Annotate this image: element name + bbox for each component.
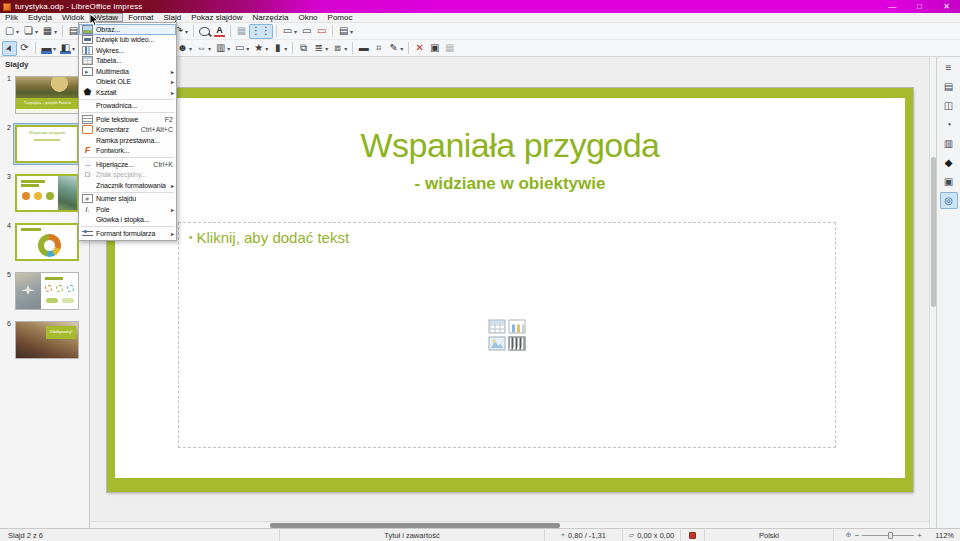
glue-points-button[interactable]: ▣ bbox=[427, 41, 442, 56]
menu-okno[interactable]: Okno bbox=[293, 13, 322, 22]
3d-objects-button[interactable]: ▮▾ bbox=[270, 41, 289, 56]
insert-media-icon[interactable] bbox=[509, 337, 526, 351]
document-modified[interactable] bbox=[681, 529, 705, 541]
align-objects-button[interactable]: ≣▾ bbox=[311, 41, 330, 56]
dropdown-arrow-icon[interactable]: ▾ bbox=[227, 45, 230, 52]
show-comments-button[interactable]: ▭ bbox=[299, 24, 314, 39]
menu-plik[interactable]: Plik bbox=[0, 13, 23, 22]
zoom-level[interactable]: 112% bbox=[926, 529, 960, 541]
zoom-button[interactable] bbox=[197, 24, 212, 39]
dropdown-arrow-icon[interactable]: ▾ bbox=[325, 45, 328, 52]
menu-item-ramka-przestawna[interactable]: Ramka przestawna... bbox=[79, 135, 176, 146]
fill-color-button[interactable]: ◧▾ bbox=[58, 41, 77, 56]
gallery-tab[interactable]: ▣ bbox=[940, 173, 958, 190]
slide-thumbnail-3[interactable]: 3 bbox=[0, 170, 89, 216]
menu-item-d-wi-k-lub-wideo[interactable]: Dźwięk lub wideo... bbox=[79, 35, 176, 46]
menu-format[interactable]: Format bbox=[123, 13, 158, 22]
animation-tab[interactable]: ◔ bbox=[940, 116, 958, 133]
vertical-scrollbar[interactable] bbox=[929, 57, 936, 528]
content-placeholder[interactable]: •Kliknij, aby dodać tekst bbox=[178, 222, 836, 448]
open-file-button[interactable]: ❏▾ bbox=[21, 24, 40, 39]
edit-points-button[interactable]: ✎▾ bbox=[386, 41, 405, 56]
dropdown-arrow-icon[interactable]: ▾ bbox=[344, 45, 347, 52]
menu-item-tabela[interactable]: Tabela... bbox=[79, 56, 176, 67]
menu-item-g-wka-i-stopka[interactable]: Główka i stopka... bbox=[79, 215, 176, 226]
dropdown-arrow-icon[interactable]: ▾ bbox=[400, 45, 403, 52]
menu-item-obiekt-ole[interactable]: Obiekt OLE▸ bbox=[79, 77, 176, 88]
menu-item-numer-slajdu[interactable]: Numer slajdu bbox=[79, 194, 176, 205]
dropdown-arrow-icon[interactable]: ▾ bbox=[294, 28, 297, 35]
slide-thumbnail-1[interactable]: 1Turystyka – projekt Faseta bbox=[0, 72, 89, 118]
delete-comment-button[interactable]: ▭ bbox=[314, 24, 329, 39]
new-document-button[interactable]: ▢▾ bbox=[2, 24, 21, 39]
menu-item-wykres[interactable]: Wykres... bbox=[79, 45, 176, 56]
master-slides-tab[interactable]: ▥ bbox=[940, 135, 958, 152]
menu-item-znacznik-formatowania[interactable]: Znacznik formatowania▸ bbox=[79, 180, 176, 191]
layout-name[interactable]: Tytuł i zawartość bbox=[280, 529, 545, 541]
display-grid-button[interactable]: ▦ bbox=[234, 24, 249, 39]
zoom-slider-thumb[interactable] bbox=[888, 532, 893, 539]
menu-item-prowadnica[interactable]: Prowadnica... bbox=[79, 101, 176, 112]
character-dialog-button[interactable]: A bbox=[212, 24, 227, 39]
dropdown-arrow-icon[interactable]: ▾ bbox=[246, 45, 249, 52]
dropdown-arrow-icon[interactable]: ▾ bbox=[189, 45, 192, 52]
line-color-button[interactable]: ▬▾ bbox=[39, 41, 58, 56]
slide-thumbnail-5[interactable]: 5 bbox=[0, 268, 89, 314]
close-button[interactable]: ✕ bbox=[933, 0, 960, 13]
dropdown-arrow-icon[interactable]: ▾ bbox=[16, 28, 19, 35]
menu-narz-dzia[interactable]: Narzędzia bbox=[247, 13, 293, 22]
dropdown-arrow-icon[interactable]: ▾ bbox=[265, 45, 268, 52]
menu-widok[interactable]: Widok bbox=[57, 13, 89, 22]
dropdown-arrow-icon[interactable]: ▾ bbox=[284, 45, 287, 52]
insert-comment-button[interactable]: ▭▾ bbox=[280, 24, 299, 39]
insert-chart-icon[interactable] bbox=[509, 320, 526, 334]
fit-slide-icon[interactable]: ⊕ bbox=[846, 531, 852, 539]
horizontal-scrollbar[interactable] bbox=[91, 521, 929, 528]
dropdown-arrow-icon[interactable]: ▾ bbox=[72, 45, 75, 52]
language-status[interactable]: Polski bbox=[705, 529, 834, 541]
menu-wstaw[interactable]: Wstaw bbox=[89, 13, 123, 22]
menu-item-formant-formularza[interactable]: Formant formularza▸ bbox=[79, 228, 176, 239]
slide-subtitle[interactable]: - widziane w obiektywie bbox=[115, 174, 905, 194]
star-shapes-button[interactable]: ★▾ bbox=[251, 41, 270, 56]
dropdown-arrow-icon[interactable]: ▾ bbox=[208, 45, 211, 52]
slide-thumbnail-6[interactable]: 6Zdobywamy! bbox=[0, 317, 89, 363]
menu-slajd[interactable]: Slajd bbox=[158, 13, 186, 22]
save-button[interactable]: ▦▾ bbox=[40, 24, 59, 39]
menu-item-kszta-t[interactable]: ⬟Kształt▸ bbox=[79, 87, 176, 98]
group-objects-button[interactable]: ⧉ bbox=[296, 41, 311, 56]
select-button[interactable]: ➤ bbox=[2, 41, 17, 56]
sidebar-settings-tab[interactable]: ≡ bbox=[940, 59, 958, 76]
slide-thumbnail-4[interactable]: 4 bbox=[0, 219, 89, 265]
minimize-button[interactable]: — bbox=[879, 0, 906, 13]
callout-shapes-button[interactable]: ▭▾ bbox=[232, 41, 251, 56]
dropdown-arrow-icon[interactable]: ▾ bbox=[35, 28, 38, 35]
symbol-shapes-button[interactable]: ☻▾ bbox=[175, 41, 194, 56]
block-arrows-button[interactable]: ⇔▾ bbox=[194, 41, 213, 56]
slide-transition-tab[interactable]: ◫ bbox=[940, 97, 958, 114]
arrange-objects-button[interactable]: ⧈▾ bbox=[330, 41, 349, 56]
dropdown-arrow-icon[interactable]: ▾ bbox=[53, 45, 56, 52]
dropdown-arrow-icon[interactable]: ▾ bbox=[185, 28, 188, 35]
dropdown-arrow-icon[interactable]: ▾ bbox=[350, 28, 353, 35]
menu-edycja[interactable]: Edycja bbox=[23, 13, 57, 22]
dropdown-arrow-icon[interactable]: ▾ bbox=[54, 28, 57, 35]
image-filter-button[interactable]: ✕ bbox=[412, 41, 427, 56]
menu-item-komentarz[interactable]: KomentarzCtrl+Alt+C bbox=[79, 125, 176, 136]
maximize-button[interactable]: □ bbox=[906, 0, 933, 13]
menu-item-fontwork[interactable]: FFontwork... bbox=[79, 146, 176, 157]
menu-item-pole[interactable]: I.Pole▸ bbox=[79, 204, 176, 215]
snap-guides-button[interactable]: ⋮⋮ bbox=[249, 24, 273, 39]
rotate-button[interactable]: ⟳ bbox=[17, 41, 32, 56]
slide-thumbnail-2[interactable]: 2Wspaniała przygoda bbox=[0, 121, 89, 167]
show-glue-functions-button[interactable]: ▦ bbox=[442, 41, 457, 56]
flowchart-shapes-button[interactable]: ▥▾ bbox=[213, 41, 232, 56]
menu-item-multimedia[interactable]: Multimedia▸ bbox=[79, 66, 176, 77]
properties-tab[interactable]: ▤ bbox=[940, 78, 958, 95]
zoom-in-icon[interactable]: + bbox=[917, 531, 922, 540]
toggle-extrusion-button[interactable]: ▬ bbox=[356, 41, 371, 56]
menu-item-pole-tekstowe[interactable]: Pole tekstoweF2 bbox=[79, 114, 176, 125]
menu-item-hiper-cze[interactable]: ↔Hiperłącze...Ctrl+K bbox=[79, 159, 176, 170]
insert-image-icon[interactable] bbox=[489, 337, 506, 351]
zoom-out-icon[interactable]: − bbox=[855, 531, 860, 540]
